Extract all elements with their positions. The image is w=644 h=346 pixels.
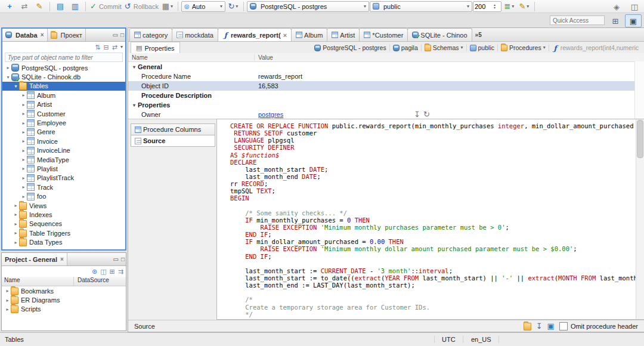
- property-row-object-id[interactable]: Object ID16,583: [128, 81, 644, 91]
- fetch-size-stepper[interactable]: ▴▾: [473, 1, 501, 12]
- export-source-icon[interactable]: ↧: [536, 322, 543, 330]
- editor-tab-sqlite-chinoo[interactable]: SQLite - Chinoo: [407, 28, 472, 41]
- expand-arrow-icon[interactable]: ▸: [4, 298, 11, 303]
- expand-arrow-icon[interactable]: ▸: [5, 65, 11, 70]
- tree-item-sequences[interactable]: ▸Sequences: [2, 220, 125, 228]
- expand-arrow-icon[interactable]: ▸: [13, 203, 19, 208]
- expand-arrow-icon[interactable]: ▸: [20, 138, 27, 144]
- column-name[interactable]: Name: [2, 277, 74, 286]
- maximize-source-icon[interactable]: ▣: [547, 322, 555, 330]
- property-group-properties[interactable]: ▾Properties: [128, 100, 644, 110]
- editor-tab-customer[interactable]: *Customer: [359, 28, 408, 41]
- editor-tab-artist[interactable]: Artist: [327, 28, 360, 41]
- tree-item-views[interactable]: ▸Views: [2, 201, 125, 210]
- collapse-arrow-icon[interactable]: ▾: [13, 84, 19, 89]
- settings-icon[interactable]: ⊛: [92, 268, 97, 275]
- grid-column-value[interactable]: Value: [255, 54, 644, 61]
- tree-item-employee[interactable]: ▸Employee: [2, 118, 125, 127]
- tree-item-foo[interactable]: ▸foo: [2, 191, 125, 200]
- tree-item-album[interactable]: ▸Album: [2, 91, 125, 100]
- property-row-owner[interactable]: Ownerpostgres: [128, 110, 644, 119]
- collapse-arrow-icon[interactable]: ▾: [131, 103, 138, 108]
- object-filter-input[interactable]: [5, 52, 123, 62]
- active-schema-select[interactable]: public ▾: [370, 1, 472, 12]
- source-scrollbar[interactable]: [636, 119, 644, 319]
- tab-project-explorer[interactable]: Проект: [48, 29, 86, 41]
- layout-icon[interactable]: ◫: [100, 268, 106, 275]
- collapse-arrow-icon[interactable]: ▾: [131, 64, 138, 70]
- tree-item-table-triggers[interactable]: ▸Table Triggers: [2, 228, 125, 237]
- tree-item-tables[interactable]: ▾Tables: [2, 82, 125, 91]
- editor-tab-rewards-report[interactable]: ƒrewards_report(×: [218, 28, 292, 41]
- tree-item-scripts[interactable]: ▸Scripts: [2, 305, 126, 314]
- property-row-procedure-description[interactable]: Procedure Description: [128, 91, 644, 100]
- tree-item-track[interactable]: ▸Track: [2, 183, 125, 191]
- minimize-panel-icon[interactable]: ▭: [113, 256, 119, 262]
- tree-item-bookmarks[interactable]: ▸Bookmarks: [2, 286, 126, 295]
- scrollbar-thumb[interactable]: [637, 120, 643, 158]
- minimize-panel-icon[interactable]: ▭: [113, 32, 118, 38]
- section-tab-source[interactable]: Source: [131, 135, 215, 147]
- expand-arrow-icon[interactable]: ▸: [20, 175, 27, 181]
- expand-arrow-icon[interactable]: ▸: [20, 157, 27, 162]
- expand-arrow-icon[interactable]: ▸: [13, 230, 19, 236]
- tree-item-mediatype[interactable]: ▸MediaType: [2, 155, 125, 164]
- tree-item-invoiceline[interactable]: ▸InvoiceLine: [2, 146, 125, 155]
- maximize-panel-icon[interactable]: □: [120, 32, 124, 38]
- expand-arrow-icon[interactable]: ▸: [20, 102, 27, 107]
- expand-arrow-icon[interactable]: ▸: [20, 148, 27, 153]
- expand-arrow-icon[interactable]: ▸: [20, 194, 27, 199]
- tree-item-genre[interactable]: ▸Genre: [2, 128, 125, 137]
- tree-item-sqlite-chinook-db[interactable]: ▾SQLite - Chinook.db: [2, 72, 125, 81]
- expand-arrow-icon[interactable]: ▸: [13, 240, 19, 245]
- active-connection-select[interactable]: PostgreSQL - postgres ▾: [247, 1, 369, 12]
- tree-item-playlist[interactable]: ▸Playlist: [2, 164, 125, 173]
- refresh-source-icon[interactable]: ↻: [423, 110, 430, 118]
- tab-properties[interactable]: ▤ Properties: [131, 42, 180, 54]
- close-tab-icon[interactable]: ×: [283, 32, 287, 39]
- status-locale[interactable]: en_US: [464, 336, 499, 343]
- tree-item-artist[interactable]: ▸Artist: [2, 100, 125, 109]
- show-view-button[interactable]: ◫: [627, 1, 642, 12]
- link-icon[interactable]: ⇉: [118, 268, 123, 275]
- open-sql-script-button[interactable]: ▥: [68, 1, 82, 12]
- grid-scrollbar[interactable]: [634, 61, 644, 119]
- property-row-procedure-name[interactable]: Procedure Namerewards_report: [128, 72, 644, 81]
- editor-tab-album[interactable]: Album: [291, 28, 327, 41]
- tree-item-er-diagrams[interactable]: ▸ER Diagrams: [2, 295, 126, 304]
- rollback-button[interactable]: ↺ Rollback: [123, 1, 160, 12]
- expand-arrow-icon[interactable]: ▸: [20, 92, 27, 98]
- column-datasource[interactable]: DataSource: [74, 277, 109, 286]
- refresh-button[interactable]: ↻ ▾: [226, 1, 240, 12]
- editor-tab-mockdata[interactable]: mockdata: [172, 28, 218, 41]
- expand-arrow-icon[interactable]: ▸: [4, 307, 11, 312]
- tab-project-general[interactable]: Project - General ×: [2, 253, 67, 265]
- omit-procedure-header-checkbox[interactable]: [559, 322, 568, 330]
- tab-database-navigator[interactable]: Databa ×: [2, 29, 48, 41]
- source-code[interactable]: CREATE OR REPLACE FUNCTION public.reward…: [217, 119, 636, 319]
- result-format-button[interactable]: ≣ ▾: [502, 1, 516, 12]
- hidden-tabs-indicator[interactable]: »5: [475, 32, 482, 38]
- link-with-editor-icon[interactable]: ⇄: [112, 44, 117, 51]
- tree-item-customer[interactable]: ▸Customer: [2, 109, 125, 118]
- property-group-general[interactable]: ▾General: [128, 62, 644, 72]
- tree-item-indexes[interactable]: ▸Indexes: [2, 210, 125, 219]
- breadcrumb-item-rewards-report-int4-numeric[interactable]: ƒrewards_report(int4,numeric: [549, 44, 642, 51]
- expand-arrow-icon[interactable]: ▸: [20, 184, 27, 190]
- maximize-panel-icon[interactable]: □: [121, 256, 125, 262]
- status-timezone[interactable]: UTC: [434, 336, 463, 343]
- tree-item-invoice[interactable]: ▸Invoice: [2, 137, 125, 146]
- editor-tab-category[interactable]: category: [129, 28, 172, 41]
- stepper-arrows-icon[interactable]: ▴▾: [494, 4, 496, 10]
- new-connection-button[interactable]: +: [2, 1, 17, 12]
- dbeaver-perspective-button[interactable]: ▣: [625, 14, 642, 27]
- view-menu-icon[interactable]: ▾: [120, 45, 123, 50]
- search-button[interactable]: ◈: [609, 1, 624, 12]
- collapse-arrow-icon[interactable]: ▾: [5, 75, 11, 80]
- close-icon[interactable]: ×: [60, 256, 64, 262]
- expand-arrow-icon[interactable]: ▸: [20, 129, 27, 135]
- transaction-mode-select[interactable]: ◎ Auto ▾: [181, 1, 225, 12]
- connect-button[interactable]: ⇄: [17, 1, 32, 12]
- expand-arrow-icon[interactable]: ▸: [20, 111, 27, 116]
- commit-button[interactable]: ✓ Commit: [89, 1, 123, 12]
